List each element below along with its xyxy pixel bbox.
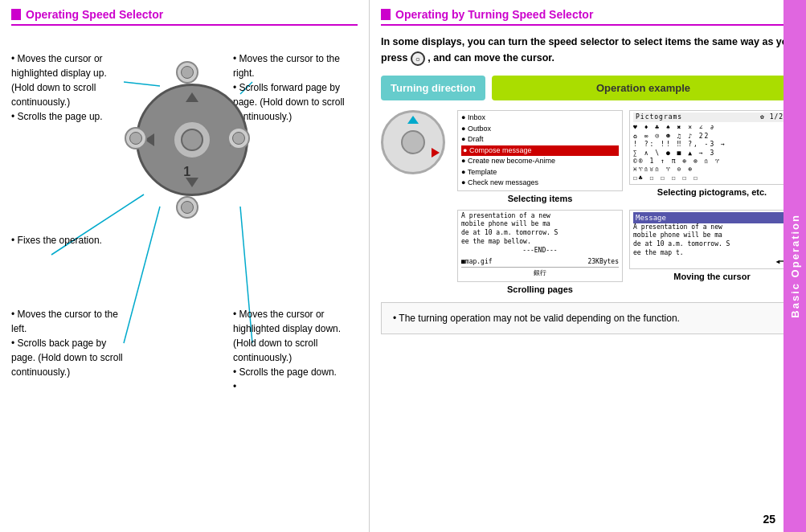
screen-selecting-pictograms: Pictograms ✿ 1/23 ♥ ♦ ♣ ♠ ✖ × ∠ ∂ ♻ ∞ ☺ … bbox=[629, 110, 795, 203]
middle-label: • Fixes the operation. bbox=[11, 233, 132, 248]
note-box: The turning operation may not be valid d… bbox=[381, 302, 795, 334]
dpad-down-inner bbox=[181, 201, 194, 214]
pictograms-content: Pictograms ✿ 1/23 ♥ ♦ ♣ ♠ ✖ × ∠ ∂ ♻ ∞ ☺ … bbox=[629, 110, 795, 185]
dpad-center-button[interactable] bbox=[173, 121, 211, 159]
dpad-right-button[interactable] bbox=[227, 127, 250, 149]
right-title-text: Operating by Turning Speed Selector bbox=[395, 8, 593, 21]
scrolling-content: A presentation of a new mobile phone wil… bbox=[457, 210, 623, 283]
turning-wheel-center bbox=[401, 130, 425, 154]
operation-example-box: Operation example bbox=[492, 76, 795, 100]
turning-wheel bbox=[381, 110, 445, 174]
dpad-left-inner bbox=[129, 132, 142, 145]
cursor-content: Message A presentation of a new mobile p… bbox=[629, 210, 795, 269]
page-number: 25 bbox=[763, 513, 775, 526]
circle-icon: ○ bbox=[411, 51, 425, 66]
dpad-center-inner bbox=[181, 129, 203, 151]
dpad-container: 1 bbox=[136, 74, 248, 196]
intro-paragraph: In some displays, you can turn the speed… bbox=[381, 34, 795, 66]
bottom-left-bullets: Moves the cursor to the left. Scrolls ba… bbox=[11, 307, 124, 379]
dpad-down-button[interactable] bbox=[176, 196, 198, 219]
right-panel: Operating by Turning Speed Selector In s… bbox=[370, 0, 806, 532]
left-layout: Moves the cursor or highlighted display … bbox=[11, 34, 358, 532]
svg-line-3 bbox=[124, 207, 160, 343]
moving-cursor-label: Moving the cursor bbox=[629, 272, 795, 281]
turning-direction-box: Turning direction bbox=[381, 76, 485, 100]
top-left-bullets: Moves the cursor or highlighted display … bbox=[11, 51, 124, 124]
dpad-up-inner bbox=[181, 66, 194, 79]
left-title-text: Operating Speed Selector bbox=[26, 8, 163, 21]
dpad-arrow-up bbox=[186, 92, 198, 102]
selecting-items-label: Selecting items bbox=[457, 194, 623, 203]
turning-arrow-up bbox=[407, 116, 419, 124]
scrolling-pages-label: Scrolling pages bbox=[457, 284, 623, 294]
dpad-up-button[interactable] bbox=[176, 61, 198, 84]
bottom-right-bullets: Moves the cursor or highlighted display … bbox=[233, 307, 350, 394]
screen-moving-cursor: Message A presentation of a new mobile p… bbox=[629, 210, 795, 295]
dpad-left-button[interactable] bbox=[125, 127, 147, 149]
screen-examples-grid: ● Inbox ● Outbox ● Draft ● Compose messa… bbox=[457, 110, 795, 294]
right-section-title: Operating by Turning Speed Selector bbox=[381, 8, 795, 26]
sidebar-tab-label: Basic Operation bbox=[789, 214, 801, 318]
screen-scrolling-pages: A presentation of a new mobile phone wil… bbox=[457, 210, 623, 295]
left-section-title: Operating Speed Selector bbox=[11, 8, 358, 26]
dpad-number: 1 bbox=[183, 165, 190, 179]
screen-selecting-items: ● Inbox ● Outbox ● Draft ● Compose messa… bbox=[457, 110, 623, 203]
dpad-right-inner bbox=[232, 132, 245, 145]
pictograms-label: Selecting pictograms, etc. bbox=[629, 187, 795, 197]
turning-visual-area: ● Inbox ● Outbox ● Draft ● Compose messa… bbox=[381, 110, 795, 294]
selecting-items-content: ● Inbox ● Outbox ● Draft ● Compose messa… bbox=[457, 110, 623, 191]
left-panel: Operating Speed Selector Moves the curso… bbox=[0, 0, 370, 532]
turning-arrow-red bbox=[432, 148, 440, 158]
turning-circle bbox=[381, 110, 449, 178]
sidebar-tab: Basic Operation bbox=[783, 0, 806, 532]
turning-header-row: Turning direction Operation example bbox=[381, 76, 795, 100]
top-right-bullets: Moves the cursor to the right. Scrolls f… bbox=[233, 51, 350, 124]
